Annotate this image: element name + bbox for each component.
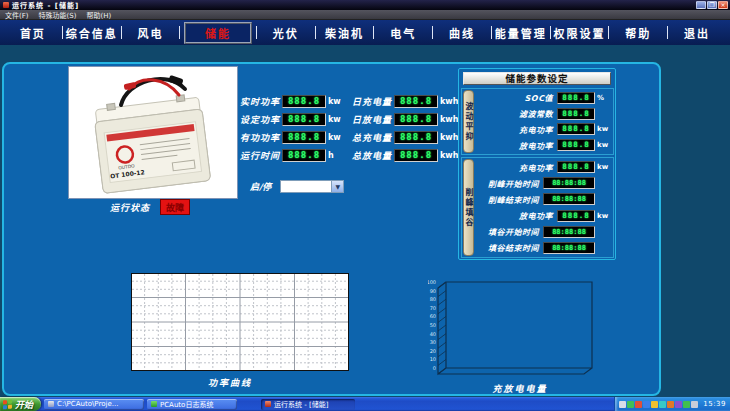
param-row: 削峰开始时间 88:88:88 xyxy=(476,176,612,190)
start-button[interactable]: 开始 xyxy=(0,397,41,411)
battery-illustration: OUTDO OT 100-12 xyxy=(69,67,237,198)
nav-energy-mgmt[interactable]: 能量管理 xyxy=(492,25,550,41)
menu-file[interactable]: 文件(F) xyxy=(5,10,29,20)
start-stop-row: 启/停 ▼ xyxy=(250,180,344,193)
run-status-indicator: 故障 xyxy=(160,199,190,215)
param-row: 削峰结束时间 88:88:88 xyxy=(476,192,612,206)
nav-curves[interactable]: 曲线 xyxy=(433,25,491,41)
param-row: 填谷结束时间 88:88:88 xyxy=(476,241,612,255)
nav-storage-active[interactable]: 储能 xyxy=(184,22,252,44)
param-label: 填谷开始时间 xyxy=(476,226,543,237)
taskbar-clock: 15:39 xyxy=(699,400,726,408)
nav-overview[interactable]: 综合信息 xyxy=(63,25,121,41)
led-display-total-discharge: 888.8 xyxy=(394,149,438,162)
task-label: 运行系统 - [储能] xyxy=(274,399,328,409)
tray-icon[interactable] xyxy=(691,401,698,408)
start-label: 开始 xyxy=(15,398,33,411)
led-display-soc: 888.8 xyxy=(557,92,595,104)
led-display-discharge-power: 888.8 xyxy=(557,139,595,151)
tray-icon[interactable] xyxy=(683,401,690,408)
tray-icon[interactable] xyxy=(651,401,658,408)
run-status-row: 运行状态 故障 xyxy=(110,199,190,215)
menubar: 文件(F) 特殊功能(S) 帮助(H) xyxy=(0,10,730,20)
taskbar-task-run-system[interactable]: 运行系统 - [储能] xyxy=(261,399,355,410)
param-row: 填谷开始时间 88:88:88 xyxy=(476,225,612,239)
tray-icon[interactable] xyxy=(643,401,650,408)
led-display-daily-charge: 888.8 xyxy=(394,95,438,108)
nav-home[interactable]: 首页 xyxy=(4,25,62,41)
restore-button[interactable]: ❐ xyxy=(707,1,717,9)
nav-diesel[interactable]: 柴油机 xyxy=(316,25,374,41)
y-tick: 0 xyxy=(433,365,436,371)
nav-wind[interactable]: 风电 xyxy=(122,25,180,41)
led-display-daily-discharge: 888.8 xyxy=(394,113,438,126)
log-app-icon xyxy=(151,401,157,407)
led-display-peak-start-time: 88:88:88 xyxy=(543,177,595,189)
metric-label: 总充电量 xyxy=(350,131,392,144)
nav-permissions[interactable]: 权限设置 xyxy=(551,25,609,41)
led-display-charge-power2: 888.8 xyxy=(557,161,595,173)
metric-unit: h xyxy=(328,151,344,160)
tray-icon[interactable] xyxy=(659,401,666,408)
led-display-run-time: 888.8 xyxy=(282,149,326,162)
nav-help[interactable]: 帮助 xyxy=(609,25,667,41)
minimize-button[interactable]: _ xyxy=(696,1,706,9)
close-button[interactable]: × xyxy=(718,1,728,9)
storage-params-panel: 储能参数设定 波动平抑 SOC值 888.8 % 滤波常数 888.8 充电功率… xyxy=(458,68,616,260)
tray-icon[interactable] xyxy=(675,401,682,408)
param-unit: kw xyxy=(595,163,612,171)
nav-electrical[interactable]: 电气 xyxy=(374,25,432,41)
param-row: SOC值 888.8 % xyxy=(476,91,612,105)
param-unit: kw xyxy=(595,125,612,133)
metric-unit: kwh xyxy=(440,115,460,124)
metric-row: 实时功率 888.8 kw 日充电量 888.8 kwh xyxy=(238,95,460,108)
led-display-discharge-power2: 888.8 xyxy=(557,210,595,222)
param-label: 滤波常数 xyxy=(476,108,557,119)
group-side-label: 波动平抑 xyxy=(463,90,474,153)
power-curve-chart xyxy=(131,273,349,371)
nav-separator xyxy=(179,26,180,39)
param-row: 滤波常数 888.8 xyxy=(476,107,612,121)
menu-help[interactable]: 帮助(H) xyxy=(86,10,111,20)
taskbar-task-explorer[interactable]: C:\PCAuto\Proje... xyxy=(44,399,144,410)
menu-special-functions[interactable]: 特殊功能(S) xyxy=(39,10,77,20)
y-tick: 90 xyxy=(430,288,436,294)
param-row: 充电功率 888.8 kw xyxy=(476,122,612,136)
peak-shaving-valley-filling-group: 削峰填谷 充电功率 888.8 kw 削峰开始时间 88:88:88 削峰结束时… xyxy=(461,157,614,258)
task-label: C:\PCAuto\Proje... xyxy=(57,400,118,408)
metric-unit: kw xyxy=(328,115,344,124)
metric-unit: kwh xyxy=(440,151,460,160)
param-label: 放电功率 xyxy=(476,210,557,221)
windows-logo-icon xyxy=(3,399,12,409)
nav-exit[interactable]: 退出 xyxy=(668,25,726,41)
tray-icon[interactable] xyxy=(619,401,626,408)
taskbar-task-log-system[interactable]: PCAuto日志系统 xyxy=(147,399,237,410)
charge-discharge-title: 充放电电量 xyxy=(428,382,612,395)
param-row: 放电功率 888.8 kw xyxy=(476,138,612,152)
tray-icon[interactable] xyxy=(635,401,642,408)
y-tick: 70 xyxy=(430,305,436,311)
nav-pv[interactable]: 光伏 xyxy=(257,25,315,41)
tray-icon[interactable] xyxy=(667,401,674,408)
battery-image-card: OUTDO OT 100-12 xyxy=(68,66,238,199)
param-label: 放电功率 xyxy=(476,140,557,151)
y-tick: 40 xyxy=(430,331,436,337)
param-row: 放电功率 888.8 kw xyxy=(476,209,612,223)
metric-label: 总放电量 xyxy=(350,149,392,162)
led-display-peak-end-time: 88:88:88 xyxy=(543,193,595,205)
metric-unit: kwh xyxy=(440,133,460,142)
metric-label: 实时功率 xyxy=(238,95,280,108)
task-label: PCAuto日志系统 xyxy=(160,399,213,409)
led-display-valley-end-time: 88:88:88 xyxy=(543,242,595,254)
metric-row: 有功功率 888.8 kw 总充电量 888.8 kwh xyxy=(238,131,460,144)
led-display-charge-power: 888.8 xyxy=(557,123,595,135)
metric-label: 有功功率 xyxy=(238,131,280,144)
y-tick: 50 xyxy=(430,322,436,328)
power-curve-title: 功率曲线 xyxy=(121,376,339,389)
metric-unit: kwh xyxy=(440,97,460,106)
chevron-down-icon[interactable]: ▼ xyxy=(331,181,343,192)
start-stop-dropdown[interactable]: ▼ xyxy=(280,180,344,193)
tray-icon[interactable] xyxy=(627,401,634,408)
titlebar: 运行系统 - [储能] _ ❐ × xyxy=(0,0,730,10)
param-unit: % xyxy=(595,94,612,102)
